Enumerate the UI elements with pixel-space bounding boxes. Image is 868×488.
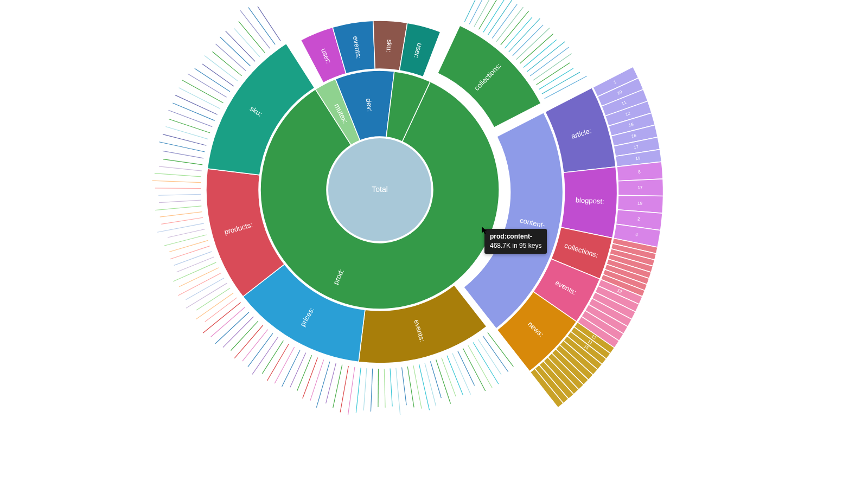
svg-line-16	[530, 47, 569, 76]
svg-line-50	[316, 362, 330, 408]
svg-line-39	[396, 368, 400, 415]
svg-line-14	[524, 40, 557, 67]
svg-line-105	[202, 64, 234, 86]
svg-line-15	[527, 42, 565, 72]
svg-line-38	[402, 367, 407, 405]
svg-line-77	[174, 252, 212, 266]
svg-line-34	[425, 363, 436, 406]
svg-line-86	[159, 200, 201, 202]
svg-line-93	[163, 151, 203, 158]
svg-line-40	[390, 368, 392, 406]
svg-line-71	[186, 283, 227, 308]
svg-line-84	[160, 212, 202, 217]
svg-line-43	[371, 369, 372, 412]
svg-line-10	[509, 18, 540, 52]
svg-line-81	[168, 229, 205, 237]
sunburst-svg[interactable]: Totalprod:mutex:dev:collections:content-…	[0, 0, 868, 488]
svg-line-3	[479, 0, 501, 29]
svg-line-89	[152, 181, 201, 183]
svg-line-51	[310, 359, 324, 400]
ring3-blogpost[interactable]	[561, 167, 617, 238]
svg-line-11	[513, 25, 543, 56]
svg-line-65	[215, 312, 249, 344]
svg-line-47	[340, 366, 348, 412]
svg-line-100	[175, 95, 218, 114]
svg-line-56	[275, 347, 294, 383]
svg-line-99	[173, 103, 214, 120]
svg-line-55	[282, 350, 301, 387]
svg-line-9	[505, 17, 532, 48]
svg-line-76	[177, 257, 214, 272]
svg-line-83	[161, 217, 203, 224]
svg-line-78	[170, 246, 210, 259]
svg-line-17	[533, 54, 572, 80]
svg-line-58	[262, 341, 283, 374]
svg-line-95	[163, 134, 206, 146]
svg-line-97	[169, 119, 210, 133]
svg-line-31	[442, 358, 456, 396]
svg-line-98	[168, 110, 212, 126]
svg-line-5	[488, 0, 512, 35]
svg-line-42	[378, 369, 379, 407]
svg-line-54	[290, 353, 306, 388]
svg-line-88	[155, 188, 201, 189]
svg-line-113	[240, 10, 270, 48]
svg-line-7	[496, 7, 523, 41]
svg-line-25	[473, 343, 499, 384]
svg-line-36	[413, 365, 422, 408]
svg-line-90	[155, 174, 201, 177]
svg-line-48	[333, 365, 342, 408]
svg-line-46	[348, 367, 354, 415]
svg-line-37	[407, 367, 414, 407]
svg-line-87	[158, 194, 201, 195]
svg-line-30	[447, 356, 463, 395]
svg-line-45	[356, 368, 361, 413]
svg-line-28	[458, 351, 475, 386]
svg-line-85	[155, 206, 201, 210]
svg-line-33	[430, 362, 441, 399]
svg-line-52	[303, 358, 318, 399]
svg-line-96	[165, 127, 208, 139]
svg-line-32	[436, 359, 451, 403]
svg-line-107	[213, 52, 242, 76]
svg-line-12	[516, 28, 550, 60]
svg-line-80	[164, 235, 207, 246]
svg-line-6	[492, 4, 517, 38]
svg-line-69	[196, 293, 234, 319]
svg-line-92	[163, 159, 202, 165]
center-label: Total	[372, 185, 388, 194]
svg-line-44	[363, 368, 367, 410]
svg-line-41	[384, 369, 385, 408]
ring2dev-dev_user[interactable]	[399, 23, 440, 77]
sunburst-chart[interactable]: Totalprod:mutex:dev:collections:content-…	[0, 0, 868, 488]
svg-line-79	[169, 240, 208, 252]
svg-line-67	[203, 303, 241, 333]
ring4-blogpost-1[interactable]	[618, 179, 663, 196]
svg-line-91	[159, 166, 202, 171]
svg-line-8	[501, 11, 529, 45]
svg-line-13	[520, 34, 553, 63]
svg-line-2	[474, 0, 494, 27]
svg-line-53	[297, 355, 312, 391]
svg-line-101	[179, 88, 220, 109]
